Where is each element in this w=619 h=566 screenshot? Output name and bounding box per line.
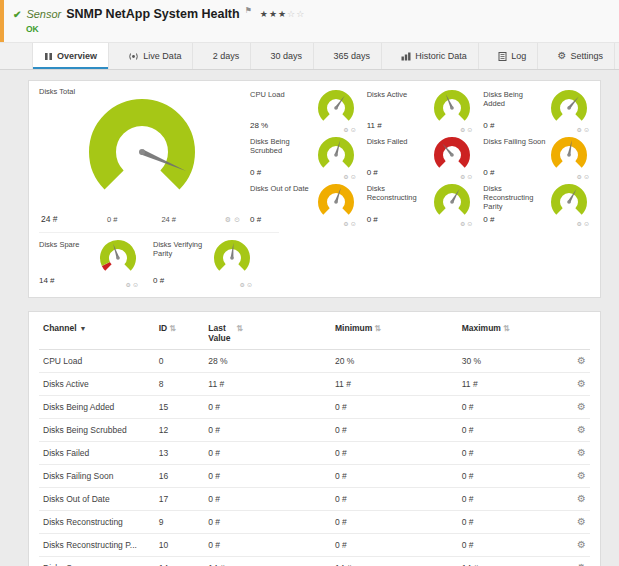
sort-icon: ⇅ xyxy=(503,324,510,333)
clock-icon[interactable]: ⊙ xyxy=(584,220,589,227)
gear-icon[interactable]: ⚙ xyxy=(240,281,245,288)
channel-settings-gear-icon[interactable]: ⚙ xyxy=(577,356,586,366)
channel-settings-gear-icon[interactable]: ⚙ xyxy=(577,425,586,435)
gear-icon[interactable]: ⚙ xyxy=(460,126,465,133)
gear-icon[interactable]: ⚙ xyxy=(460,220,465,227)
gauge-tile[interactable]: Disks Failed 0 # ⚙ ⊙ xyxy=(367,134,474,181)
table-row[interactable]: CPU Load 0 28 % 20 % 30 % ⚙ xyxy=(39,350,590,373)
cell-maximum: 30 % xyxy=(458,350,557,373)
gauge-tile[interactable]: Disks Spare 14 # ⚙ ⊙ xyxy=(39,237,139,289)
gauge-dial xyxy=(211,239,253,277)
gear-icon[interactable]: ⚙ xyxy=(343,126,348,133)
gauge-tile[interactable]: Disks Being Scrubbed 0 # ⚙ ⊙ xyxy=(250,134,357,181)
col-id[interactable]: ID⇅ xyxy=(155,314,205,350)
small-gauges-grid: CPU Load 28 % ⚙ ⊙ Disks Active 11 # ⚙ ⊙ … xyxy=(250,87,590,228)
cell-maximum: 0 # xyxy=(458,511,557,534)
channel-settings-gear-icon[interactable]: ⚙ xyxy=(577,379,586,389)
clock-icon[interactable]: ⊙ xyxy=(467,126,472,133)
gear-icon[interactable]: ⚙ xyxy=(460,173,465,180)
gear-icon[interactable]: ⚙ xyxy=(225,216,231,224)
channel-settings-gear-icon[interactable]: ⚙ xyxy=(577,540,586,550)
tab-log[interactable]: Log xyxy=(487,43,538,69)
gauge-tile[interactable]: Disks Reconstructing Parity 0 # ⚙ ⊙ xyxy=(483,181,590,228)
channel-settings-gear-icon[interactable]: ⚙ xyxy=(577,517,586,527)
cell-last-value: 0 # xyxy=(204,396,331,419)
stars-empty[interactable]: ☆☆ xyxy=(287,9,305,19)
gauge-dial xyxy=(97,239,139,277)
col-minimum[interactable]: Minimum⇅ xyxy=(331,314,458,350)
tab-overview[interactable]: Overview xyxy=(32,43,109,69)
table-row[interactable]: Disks Being Scrubbed 12 0 # 0 # 0 # ⚙ xyxy=(39,419,590,442)
table-header-row: Channel▼ ID⇅ Last Value⇅ Minimum⇅ Maximu… xyxy=(39,314,590,350)
gauge-title: Disks Spare xyxy=(39,240,79,249)
table-row[interactable]: Disks Failing Soon 16 0 # 0 # 0 # ⚙ xyxy=(39,465,590,488)
gauge-value: 0 # xyxy=(483,168,545,177)
col-last-value[interactable]: Last Value⇅ xyxy=(204,314,331,350)
gear-icon[interactable]: ⚙ xyxy=(577,220,582,227)
col-channel[interactable]: Channel▼ xyxy=(39,314,155,350)
channel-settings-gear-icon[interactable]: ⚙ xyxy=(577,494,586,504)
stars-filled[interactable]: ★★★ xyxy=(260,9,287,19)
gear-icon[interactable]: ⚙ xyxy=(343,220,348,227)
channel-settings-gear-icon[interactable]: ⚙ xyxy=(577,471,586,481)
cell-channel: Disks Being Added xyxy=(39,396,155,419)
tab-30-days[interactable]: 30 days xyxy=(260,43,315,69)
gauge-tile[interactable]: Disks Out of Date 0 # ⚙ ⊙ xyxy=(250,181,357,228)
tab-settings[interactable]: ⚙ Settings xyxy=(547,43,616,69)
sort-icon: ⇅ xyxy=(169,324,176,333)
gauge-dial xyxy=(431,136,473,174)
gear-icon[interactable]: ⚙ xyxy=(577,126,582,133)
priority-flag-icon[interactable]: ⚑ xyxy=(245,6,252,15)
priority-stars[interactable]: ★★★☆☆ xyxy=(260,9,305,19)
table-row[interactable]: Disks Reconstructing 9 0 # 0 # 0 # ⚙ xyxy=(39,511,590,534)
table-row[interactable]: Disks Out of Date 17 0 # 0 # 0 # ⚙ xyxy=(39,488,590,511)
tab-label: Overview xyxy=(57,51,97,61)
clock-icon[interactable]: ⊙ xyxy=(247,281,252,288)
cell-minimum: 20 % xyxy=(331,350,458,373)
sort-icon: ⇅ xyxy=(236,324,243,333)
gauge-value: 0 # xyxy=(483,121,546,130)
tab-historic-data[interactable]: Historic Data xyxy=(390,43,479,69)
clock-icon[interactable]: ⊙ xyxy=(351,126,356,133)
clock-icon[interactable]: ⊙ xyxy=(133,281,138,288)
tab-365-days[interactable]: 365 days xyxy=(322,43,382,69)
gauge-dial xyxy=(431,89,473,127)
gauge-dial xyxy=(315,183,357,221)
tab-live-data[interactable]: Live Data xyxy=(117,43,193,69)
gauge-tile[interactable]: Disks Active 11 # ⚙ ⊙ xyxy=(367,87,474,134)
clock-icon[interactable]: ⊙ xyxy=(584,126,589,133)
main-gauge-tile[interactable]: Disks Total 24 # 0 # 24 # ⚙ ⊙ xyxy=(39,87,244,228)
clock-icon[interactable]: ⊙ xyxy=(351,173,356,180)
table-row[interactable]: Disks Failed 13 0 # 0 # 0 # ⚙ xyxy=(39,442,590,465)
table-row[interactable]: Disks Reconstructing P... 10 0 # 0 # 0 #… xyxy=(39,534,590,557)
gauge-dial xyxy=(431,183,473,221)
gauge-value: 14 # xyxy=(39,276,79,285)
cell-channel: Disks Failed xyxy=(39,442,155,465)
gauge-tile[interactable]: CPU Load 28 % ⚙ ⊙ xyxy=(250,87,357,134)
table-row[interactable]: Disks Being Added 15 0 # 0 # 0 # ⚙ xyxy=(39,396,590,419)
gauge-tile[interactable]: Disks Being Added 0 # ⚙ ⊙ xyxy=(483,87,590,134)
main-gauge-dial xyxy=(88,98,196,206)
table-row[interactable]: Disks Active 8 11 # 11 # 11 # ⚙ xyxy=(39,373,590,396)
gear-icon[interactable]: ⚙ xyxy=(577,173,582,180)
gear-icon[interactable]: ⚙ xyxy=(126,281,131,288)
col-maximum[interactable]: Maximum⇅ xyxy=(458,314,557,350)
clock-icon[interactable]: ⊙ xyxy=(584,173,589,180)
clock-icon[interactable]: ⊙ xyxy=(467,220,472,227)
clock-icon[interactable]: ⊙ xyxy=(467,173,472,180)
gauge-title: Disks Total xyxy=(39,87,244,96)
clock-icon[interactable]: ⊙ xyxy=(351,220,356,227)
cell-maximum: 0 # xyxy=(458,465,557,488)
sensor-header: ✔ Sensor SNMP NetApp System Health ⚑ ★★★… xyxy=(0,0,619,42)
channel-settings-gear-icon[interactable]: ⚙ xyxy=(577,448,586,458)
table-row[interactable]: Disks Spare 14 14 # 14 # 14 # ⚙ xyxy=(39,557,590,566)
clock-icon[interactable]: ⊙ xyxy=(234,216,240,224)
gauge-tile[interactable]: Disks Reconstructing 0 # ⚙ ⊙ xyxy=(367,181,474,228)
cell-channel: CPU Load xyxy=(39,350,155,373)
cell-channel: Disks Out of Date xyxy=(39,488,155,511)
gauge-tile[interactable]: Disks Failing Soon 0 # ⚙ ⊙ xyxy=(483,134,590,181)
gear-icon[interactable]: ⚙ xyxy=(343,173,348,180)
tab-2-days[interactable]: 2 days xyxy=(202,43,252,69)
channel-settings-gear-icon[interactable]: ⚙ xyxy=(577,402,586,412)
gauge-tile[interactable]: Disks Verifying Parity 0 # ⚙ ⊙ xyxy=(153,237,253,289)
